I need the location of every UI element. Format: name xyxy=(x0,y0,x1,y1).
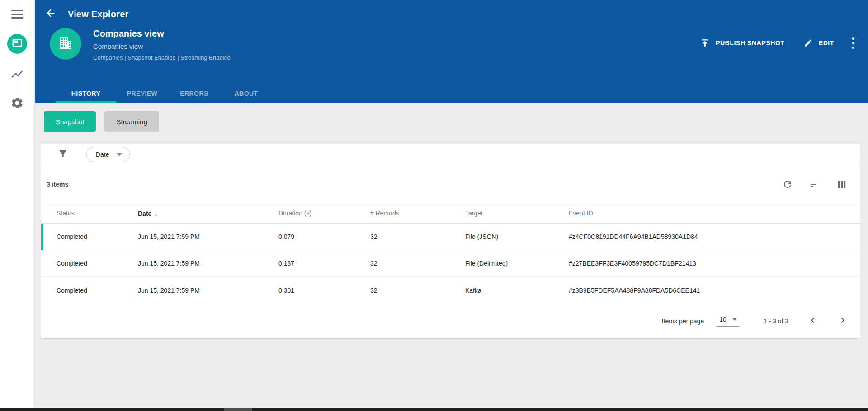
date-filter-chip[interactable]: Date xyxy=(86,147,130,162)
cell-records: 32 xyxy=(370,260,465,267)
snapshot-toggle-button[interactable]: Snapshot xyxy=(44,111,96,132)
view-explorer-app: View Explorer xyxy=(0,0,868,411)
tab-history[interactable]: HISTORY xyxy=(56,84,116,103)
tab-about[interactable]: ABOUT xyxy=(220,84,272,103)
header-actions: PUBLISH SNAPSHOT EDIT xyxy=(700,36,868,50)
column-header-duration[interactable]: Duration (s) xyxy=(278,210,370,217)
column-header-event-id[interactable]: Event ID xyxy=(569,210,860,217)
sidebar-item-monitoring[interactable] xyxy=(10,67,24,83)
toolbar-icons xyxy=(766,179,847,190)
scrollbar-thumb[interactable] xyxy=(224,408,252,411)
date-filter-label: Date xyxy=(96,151,109,158)
cell-target: Kafka xyxy=(465,287,569,294)
upload-icon xyxy=(700,38,710,48)
view-title: Companies view xyxy=(93,28,231,39)
pagination-range: 1 - 3 of 3 xyxy=(764,318,788,325)
cell-target: File (JSON) xyxy=(465,233,569,240)
page-size-select[interactable]: 10 xyxy=(717,316,739,327)
cell-duration: 0.079 xyxy=(278,233,370,240)
cell-event-id: #z3B9B5FDEF5AA488F9A88FDA5D6CEE141 xyxy=(569,287,860,294)
chevron-down-icon xyxy=(117,153,122,156)
previous-page-button[interactable] xyxy=(807,315,818,327)
gear-icon xyxy=(10,96,24,112)
mode-toggle: Snapshot Streaming xyxy=(35,103,868,132)
column-header-status[interactable]: Status xyxy=(41,210,138,217)
filter-bar: Date xyxy=(41,144,860,165)
publish-snapshot-label: PUBLISH SNAPSHOT xyxy=(716,39,785,47)
tab-preview[interactable]: PREVIEW xyxy=(116,84,168,103)
horizontal-scrollbar[interactable] xyxy=(0,408,868,411)
sort-descending-icon: ↓ xyxy=(154,210,158,217)
streaming-toggle-button[interactable]: Streaming xyxy=(104,111,159,132)
table-toolbar: 3 items xyxy=(41,165,860,203)
view-texts: Companies view Companies view Companies … xyxy=(93,28,231,61)
view-meta: Companies | Snapshot Enabled | Streaming… xyxy=(93,54,231,61)
publish-snapshot-button[interactable]: PUBLISH SNAPSHOT xyxy=(700,38,785,48)
pagination-bar: Items per page 10 1 - 3 of 3 xyxy=(41,304,860,338)
page-header: View Explorer xyxy=(35,0,868,103)
more-options-button[interactable] xyxy=(852,36,854,50)
sort-icon[interactable] xyxy=(809,179,820,190)
tab-bar: HISTORY PREVIEW ERRORS ABOUT xyxy=(35,84,272,103)
items-count: 3 items xyxy=(47,181,68,188)
top-bar: View Explorer xyxy=(35,0,868,28)
column-header-target[interactable]: Target xyxy=(465,210,569,217)
filter-funnel-icon[interactable] xyxy=(58,149,68,160)
column-header-records[interactable]: # Records xyxy=(370,210,465,217)
chevron-left-icon xyxy=(807,315,818,327)
next-page-button[interactable] xyxy=(837,315,848,327)
refresh-icon[interactable] xyxy=(782,179,793,190)
cell-records: 32 xyxy=(370,233,465,240)
arrow-back-icon xyxy=(45,7,57,21)
view-avatar xyxy=(50,28,81,60)
page-size-value: 10 xyxy=(719,316,726,323)
column-header-date[interactable]: Date↓ xyxy=(138,210,278,217)
cell-date: Jun 15, 2021 7:59 PM xyxy=(138,260,278,267)
sidebar-item-settings[interactable] xyxy=(10,96,24,112)
table-row[interactable]: Completed Jun 15, 2021 7:59 PM 0.187 32 … xyxy=(41,250,860,277)
back-button[interactable] xyxy=(42,6,59,22)
cell-target: File (Delimited) xyxy=(465,260,569,267)
page-title: View Explorer xyxy=(68,9,129,19)
cell-status: Completed xyxy=(41,287,138,294)
main-area: View Explorer xyxy=(35,0,868,408)
chevron-right-icon xyxy=(837,315,848,327)
cell-status: Completed xyxy=(41,260,138,267)
cell-duration: 0.301 xyxy=(278,287,370,294)
history-card: Date 3 items xyxy=(41,144,860,339)
cell-records: 32 xyxy=(370,287,465,294)
chevron-down-icon xyxy=(732,318,737,321)
cell-date: Jun 15, 2021 7:59 PM xyxy=(138,233,278,240)
edit-button[interactable]: EDIT xyxy=(804,38,834,47)
view-subtitle: Companies view xyxy=(93,42,231,50)
sidebar-item-views[interactable] xyxy=(7,34,27,54)
history-content: Snapshot Streaming Date 3 it xyxy=(35,103,868,339)
hamburger-menu-icon[interactable] xyxy=(11,10,23,19)
sidebar xyxy=(0,0,35,408)
building-icon xyxy=(57,34,75,54)
columns-icon[interactable] xyxy=(836,179,847,190)
cell-duration: 0.187 xyxy=(278,260,370,267)
view-info-row: Companies view Companies view Companies … xyxy=(35,28,868,61)
table-row[interactable]: Completed Jun 15, 2021 7:59 PM 0.301 32 … xyxy=(41,277,860,304)
items-per-page-label: Items per page xyxy=(662,318,704,325)
tab-errors[interactable]: ERRORS xyxy=(168,84,220,103)
cell-event-id: #z27BEE3FF3E3F40059795DC7D1BF21413 xyxy=(569,260,860,267)
cell-date: Jun 15, 2021 7:59 PM xyxy=(138,287,278,294)
cell-event-id: #z4CF0C8191DD44F6A94B1AD58930A1D84 xyxy=(569,233,860,240)
table-header-row: Status Date↓ Duration (s) # Records Targ… xyxy=(41,203,860,224)
column-header-date-label: Date xyxy=(138,210,151,217)
edit-label: EDIT xyxy=(819,39,834,47)
pencil-icon xyxy=(804,38,813,47)
folder-view-icon xyxy=(11,37,23,51)
line-chart-icon xyxy=(10,67,24,83)
table-row[interactable]: Completed Jun 15, 2021 7:59 PM 0.079 32 … xyxy=(41,224,860,250)
selected-row-marker xyxy=(41,224,43,250)
cell-status: Completed xyxy=(41,233,138,240)
